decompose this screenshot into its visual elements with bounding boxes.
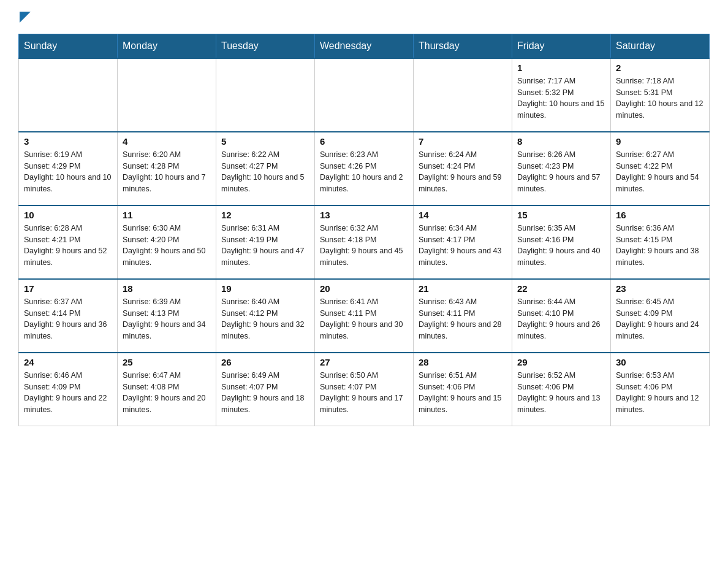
day-number: 5 bbox=[221, 136, 309, 147]
day-number: 7 bbox=[419, 136, 507, 147]
day-info: Sunrise: 6:32 AM Sunset: 4:18 PM Dayligh… bbox=[320, 223, 408, 269]
day-number: 27 bbox=[320, 357, 408, 367]
calendar-cell bbox=[414, 58, 512, 132]
day-info: Sunrise: 6:35 AM Sunset: 4:16 PM Dayligh… bbox=[517, 223, 605, 269]
calendar-cell: 11Sunrise: 6:30 AM Sunset: 4:20 PM Dayli… bbox=[118, 205, 216, 279]
day-number: 10 bbox=[24, 210, 112, 220]
day-number: 4 bbox=[123, 136, 211, 147]
day-info: Sunrise: 6:20 AM Sunset: 4:28 PM Dayligh… bbox=[123, 149, 211, 195]
day-info: Sunrise: 6:31 AM Sunset: 4:19 PM Dayligh… bbox=[221, 223, 309, 269]
calendar-cell: 13Sunrise: 6:32 AM Sunset: 4:18 PM Dayli… bbox=[315, 205, 414, 279]
logo-arrow-icon bbox=[20, 12, 31, 23]
day-info: Sunrise: 6:43 AM Sunset: 4:11 PM Dayligh… bbox=[419, 296, 507, 342]
day-number: 25 bbox=[123, 357, 211, 367]
calendar-cell bbox=[216, 58, 315, 132]
calendar-cell: 30Sunrise: 6:53 AM Sunset: 4:06 PM Dayli… bbox=[611, 353, 710, 426]
calendar-header-row: SundayMondayTuesdayWednesdayThursdayFrid… bbox=[19, 34, 710, 58]
calendar-cell: 25Sunrise: 6:47 AM Sunset: 4:08 PM Dayli… bbox=[118, 353, 216, 426]
day-info: Sunrise: 6:50 AM Sunset: 4:07 PM Dayligh… bbox=[320, 370, 408, 416]
svg-marker-0 bbox=[20, 12, 31, 23]
calendar-cell: 5Sunrise: 6:22 AM Sunset: 4:27 PM Daylig… bbox=[216, 132, 315, 205]
day-number: 6 bbox=[320, 136, 408, 147]
day-info: Sunrise: 6:40 AM Sunset: 4:12 PM Dayligh… bbox=[221, 296, 309, 342]
day-info: Sunrise: 6:51 AM Sunset: 4:06 PM Dayligh… bbox=[419, 370, 507, 416]
page-header bbox=[18, 12, 710, 24]
day-number: 2 bbox=[616, 63, 704, 73]
day-header-saturday: Saturday bbox=[611, 34, 710, 58]
calendar-cell: 26Sunrise: 6:49 AM Sunset: 4:07 PM Dayli… bbox=[216, 353, 315, 426]
day-info: Sunrise: 6:41 AM Sunset: 4:11 PM Dayligh… bbox=[320, 296, 408, 342]
calendar-cell: 19Sunrise: 6:40 AM Sunset: 4:12 PM Dayli… bbox=[216, 279, 315, 353]
calendar-cell: 8Sunrise: 6:26 AM Sunset: 4:23 PM Daylig… bbox=[512, 132, 611, 205]
calendar-cell: 4Sunrise: 6:20 AM Sunset: 4:28 PM Daylig… bbox=[118, 132, 216, 205]
day-number: 28 bbox=[419, 357, 507, 367]
calendar-cell: 23Sunrise: 6:45 AM Sunset: 4:09 PM Dayli… bbox=[611, 279, 710, 353]
calendar-week-row: 3Sunrise: 6:19 AM Sunset: 4:29 PM Daylig… bbox=[19, 132, 710, 205]
day-number: 13 bbox=[320, 210, 408, 220]
calendar-cell: 10Sunrise: 6:28 AM Sunset: 4:21 PM Dayli… bbox=[19, 205, 118, 279]
calendar-cell: 15Sunrise: 6:35 AM Sunset: 4:16 PM Dayli… bbox=[512, 205, 611, 279]
calendar-cell: 17Sunrise: 6:37 AM Sunset: 4:14 PM Dayli… bbox=[19, 279, 118, 353]
calendar-cell: 2Sunrise: 7:18 AM Sunset: 5:31 PM Daylig… bbox=[611, 58, 710, 132]
calendar-cell: 16Sunrise: 6:36 AM Sunset: 4:15 PM Dayli… bbox=[611, 205, 710, 279]
day-info: Sunrise: 6:47 AM Sunset: 4:08 PM Dayligh… bbox=[123, 370, 211, 416]
calendar-cell: 20Sunrise: 6:41 AM Sunset: 4:11 PM Dayli… bbox=[315, 279, 414, 353]
day-info: Sunrise: 6:27 AM Sunset: 4:22 PM Dayligh… bbox=[616, 149, 704, 195]
day-number: 16 bbox=[616, 210, 704, 220]
day-info: Sunrise: 6:28 AM Sunset: 4:21 PM Dayligh… bbox=[24, 223, 112, 269]
calendar-table: SundayMondayTuesdayWednesdayThursdayFrid… bbox=[18, 34, 710, 427]
calendar-week-row: 17Sunrise: 6:37 AM Sunset: 4:14 PM Dayli… bbox=[19, 279, 710, 353]
calendar-cell: 21Sunrise: 6:43 AM Sunset: 4:11 PM Dayli… bbox=[414, 279, 512, 353]
calendar-cell: 1Sunrise: 7:17 AM Sunset: 5:32 PM Daylig… bbox=[512, 58, 611, 132]
day-info: Sunrise: 6:23 AM Sunset: 4:26 PM Dayligh… bbox=[320, 149, 408, 195]
day-info: Sunrise: 6:49 AM Sunset: 4:07 PM Dayligh… bbox=[221, 370, 309, 416]
day-header-monday: Monday bbox=[118, 34, 216, 58]
calendar-cell: 3Sunrise: 6:19 AM Sunset: 4:29 PM Daylig… bbox=[19, 132, 118, 205]
calendar-cell bbox=[315, 58, 414, 132]
calendar-cell: 24Sunrise: 6:46 AM Sunset: 4:09 PM Dayli… bbox=[19, 353, 118, 426]
day-info: Sunrise: 7:18 AM Sunset: 5:31 PM Dayligh… bbox=[616, 75, 704, 121]
day-number: 21 bbox=[419, 283, 507, 294]
day-info: Sunrise: 6:37 AM Sunset: 4:14 PM Dayligh… bbox=[24, 296, 112, 342]
calendar-cell: 22Sunrise: 6:44 AM Sunset: 4:10 PM Dayli… bbox=[512, 279, 611, 353]
day-header-tuesday: Tuesday bbox=[216, 34, 315, 58]
calendar-week-row: 1Sunrise: 7:17 AM Sunset: 5:32 PM Daylig… bbox=[19, 58, 710, 132]
day-info: Sunrise: 6:19 AM Sunset: 4:29 PM Dayligh… bbox=[24, 149, 112, 195]
day-info: Sunrise: 6:30 AM Sunset: 4:20 PM Dayligh… bbox=[123, 223, 211, 269]
day-number: 30 bbox=[616, 357, 704, 367]
day-number: 1 bbox=[517, 63, 605, 73]
day-info: Sunrise: 6:34 AM Sunset: 4:17 PM Dayligh… bbox=[419, 223, 507, 269]
day-info: Sunrise: 6:39 AM Sunset: 4:13 PM Dayligh… bbox=[123, 296, 211, 342]
day-number: 15 bbox=[517, 210, 605, 220]
day-info: Sunrise: 6:46 AM Sunset: 4:09 PM Dayligh… bbox=[24, 370, 112, 416]
calendar-cell: 6Sunrise: 6:23 AM Sunset: 4:26 PM Daylig… bbox=[315, 132, 414, 205]
calendar-cell: 28Sunrise: 6:51 AM Sunset: 4:06 PM Dayli… bbox=[414, 353, 512, 426]
day-header-wednesday: Wednesday bbox=[315, 34, 414, 58]
day-header-thursday: Thursday bbox=[414, 34, 512, 58]
calendar-cell: 12Sunrise: 6:31 AM Sunset: 4:19 PM Dayli… bbox=[216, 205, 315, 279]
day-info: Sunrise: 6:44 AM Sunset: 4:10 PM Dayligh… bbox=[517, 296, 605, 342]
day-number: 20 bbox=[320, 283, 408, 294]
calendar-cell bbox=[118, 58, 216, 132]
day-info: Sunrise: 6:52 AM Sunset: 4:06 PM Dayligh… bbox=[517, 370, 605, 416]
day-number: 9 bbox=[616, 136, 704, 147]
day-header-sunday: Sunday bbox=[19, 34, 118, 58]
calendar-cell: 18Sunrise: 6:39 AM Sunset: 4:13 PM Dayli… bbox=[118, 279, 216, 353]
day-info: Sunrise: 6:22 AM Sunset: 4:27 PM Dayligh… bbox=[221, 149, 309, 195]
day-info: Sunrise: 6:45 AM Sunset: 4:09 PM Dayligh… bbox=[616, 296, 704, 342]
calendar-week-row: 10Sunrise: 6:28 AM Sunset: 4:21 PM Dayli… bbox=[19, 205, 710, 279]
day-number: 22 bbox=[517, 283, 605, 294]
day-number: 19 bbox=[221, 283, 309, 294]
calendar-cell: 27Sunrise: 6:50 AM Sunset: 4:07 PM Dayli… bbox=[315, 353, 414, 426]
calendar-cell bbox=[19, 58, 118, 132]
calendar-cell: 29Sunrise: 6:52 AM Sunset: 4:06 PM Dayli… bbox=[512, 353, 611, 426]
day-info: Sunrise: 7:17 AM Sunset: 5:32 PM Dayligh… bbox=[517, 75, 605, 121]
day-info: Sunrise: 6:26 AM Sunset: 4:23 PM Dayligh… bbox=[517, 149, 605, 195]
day-number: 24 bbox=[24, 357, 112, 367]
day-number: 17 bbox=[24, 283, 112, 294]
day-number: 29 bbox=[517, 357, 605, 367]
day-number: 23 bbox=[616, 283, 704, 294]
calendar-cell: 7Sunrise: 6:24 AM Sunset: 4:24 PM Daylig… bbox=[414, 132, 512, 205]
day-header-friday: Friday bbox=[512, 34, 611, 58]
day-number: 12 bbox=[221, 210, 309, 220]
